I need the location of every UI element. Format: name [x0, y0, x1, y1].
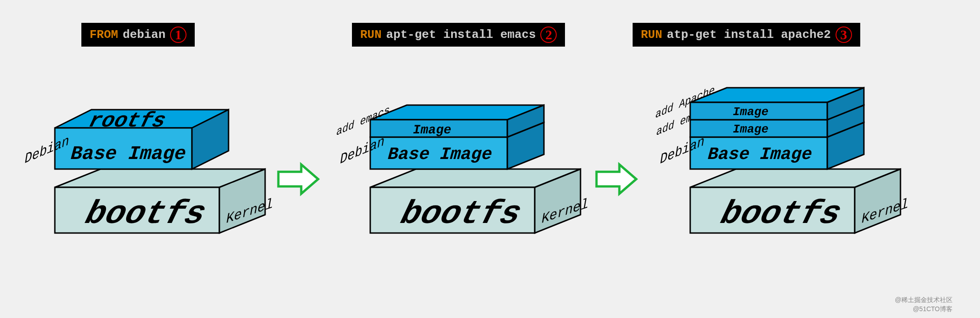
cmd-2-num: 2 — [540, 26, 557, 43]
label-image-3a: Image — [732, 122, 770, 136]
svg-marker-15 — [597, 164, 636, 194]
watermark-2: @51CTO博客 — [913, 305, 953, 313]
cmd-1-keyword: FROM — [90, 28, 118, 42]
arrow-1-icon — [276, 161, 322, 197]
label-image-2: Image — [412, 123, 453, 137]
watermark-1: @稀土掘金技术社区 — [895, 296, 953, 304]
cmd-2-args: apt-get install emacs — [386, 28, 536, 42]
stage-1: bootfs Kernel rootfs Base Image Debian — [18, 101, 274, 265]
cmd-3-keyword: RUN — [641, 28, 662, 42]
arrow-2-icon — [594, 161, 640, 197]
label-bootfs: bootfs — [78, 196, 213, 233]
cmd-3-num: 3 — [836, 26, 852, 43]
label-bootfs-3: bootfs — [713, 196, 849, 233]
label-base-image-2: Base Image — [385, 145, 495, 164]
stage-3: bootfs Kernel Base Image Debian Image ad… — [654, 101, 910, 265]
label-base-image-3: Base Image — [705, 145, 815, 164]
cmd-3: RUN atp-get install apache2 3 — [633, 23, 860, 47]
stage-2: bootfs Kernel Base Image Debian Image ad… — [334, 101, 590, 265]
label-rootfs: rootfs — [84, 109, 170, 133]
cmd-2-keyword: RUN — [360, 28, 382, 42]
cmd-1-args: debian — [122, 28, 165, 42]
cmd-1-num: 1 — [170, 26, 186, 43]
cmd-2: RUN apt-get install emacs 2 — [352, 23, 565, 47]
label-bootfs-2: bootfs — [393, 196, 529, 233]
cmd-3-args: atp-get install apache2 — [667, 28, 831, 42]
svg-marker-6 — [278, 164, 318, 194]
cmd-1: FROM debian 1 — [81, 23, 195, 47]
label-base-image-1: Base Image — [68, 143, 189, 165]
label-image-3b: Image — [732, 105, 770, 119]
